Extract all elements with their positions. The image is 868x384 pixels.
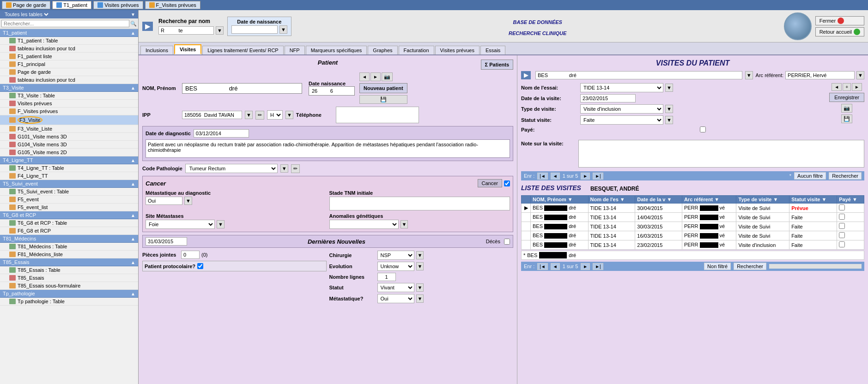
visit-next-btn[interactable]: ► (852, 83, 862, 91)
sidebar-item-f81-medecins-liste[interactable]: F81_Médecins_liste (0, 251, 138, 258)
code-patho-edit-btn[interactable]: ✏ (291, 164, 300, 173)
enregistrer-button[interactable]: Enregistrer (829, 93, 864, 102)
sidebar-item-f5-event-list[interactable]: F5_event_list (0, 204, 138, 211)
essai-select[interactable]: TIDE 13-14 (580, 83, 663, 92)
statut-visite-dropdown[interactable]: ▼ (665, 116, 673, 124)
col-paye[interactable]: Payé ▼ (837, 196, 864, 204)
col-essai[interactable]: Nom de l'es ▼ (588, 196, 635, 204)
tab-page-de-garde[interactable]: Page de garde (2, 1, 50, 9)
col-arc[interactable]: Arc référent ▼ (682, 196, 736, 204)
stade-tnm-input[interactable] (329, 197, 510, 210)
date-naissance-input[interactable] (231, 25, 278, 34)
col-statut[interactable]: Statut visite ▼ (789, 196, 837, 204)
sidebar-item-t4-table[interactable]: T4_Ligne_TT : Table (0, 164, 138, 172)
sidebar-item-t3visite-table[interactable]: T3_Visite : Table (0, 92, 138, 100)
next-btn[interactable]: ► (370, 72, 381, 81)
date-visite-input[interactable] (580, 94, 636, 102)
sidebar-group-t6-g8[interactable]: T6_G8 et RCP ▲ (0, 211, 138, 219)
ipp-input[interactable] (182, 111, 242, 119)
prev-btn[interactable]: ◄ (359, 72, 370, 81)
deces-checkbox[interactable] (504, 239, 510, 245)
paye-row-checkbox[interactable] (839, 223, 845, 229)
code-patho-select[interactable]: Tumeur Rectum (185, 164, 278, 173)
visits-name-dropdown[interactable]: ▼ (745, 71, 753, 79)
tables-select[interactable]: Toutes les tables (3, 11, 50, 18)
sidebar-item-f-visites-prevues[interactable]: F_Visites prévues (0, 108, 138, 115)
nouveau-patient-button[interactable]: Nouveau patient (359, 83, 407, 93)
fermer-button[interactable]: Fermer (815, 16, 864, 25)
patient-proto-checkbox[interactable] (197, 263, 203, 269)
visit-camera-btn[interactable]: 📷 (841, 104, 852, 113)
evolution-dropdown[interactable]: ▼ (416, 262, 424, 270)
type-visite-dropdown[interactable]: ▼ (665, 105, 673, 113)
retour-accueil-button[interactable]: Retour accueil (815, 27, 864, 36)
sidebar-item-t85-sous-formulaire[interactable]: T85_Essais sous-formulaire (0, 282, 138, 290)
tab-visites[interactable]: Visites (174, 44, 201, 54)
visit-prev-btn[interactable]: ◄ (832, 83, 842, 91)
rechercher2-btn[interactable]: Rechercher (734, 263, 766, 270)
rechercher-btn[interactable]: Rechercher (829, 172, 862, 180)
metastatique-dropdown[interactable]: ▼ (184, 197, 192, 205)
sidebar-item-t1patient-table[interactable]: T1_patient : Table (0, 37, 138, 45)
anomalies-select[interactable] (329, 220, 399, 229)
sidebar-group-t5-suivi[interactable]: T5_Suivi_event ▲ (0, 180, 138, 188)
statut-visite-select[interactable]: Faite (580, 115, 663, 125)
tab-marqueurs[interactable]: Marqueurs spécifiques (306, 46, 367, 54)
sidebar-item-t85-essais[interactable]: T85_Essais (0, 274, 138, 282)
note-textarea[interactable] (578, 140, 864, 168)
visits-expand-btn[interactable]: ▶ (521, 71, 531, 79)
prev-page-btn[interactable]: ◄ (551, 173, 560, 180)
arc-referent-input[interactable] (785, 71, 855, 79)
col-date[interactable]: Date de la v ▼ (635, 196, 682, 204)
t-prev-btn[interactable]: ◄ (551, 263, 560, 270)
visit-save-btn[interactable]: 💾 (841, 114, 852, 123)
sigma-patients-button[interactable]: Σ Patients (481, 60, 513, 70)
sex-dropdown[interactable]: ▼ (285, 111, 293, 119)
paye-checkbox[interactable] (580, 126, 826, 132)
sidebar-item-f1-principal[interactable]: F1_principal (0, 60, 138, 68)
scrollbar-h[interactable] (769, 264, 862, 269)
paye-row-checkbox[interactable] (839, 214, 845, 220)
sidebar-group-t81-medecins[interactable]: T81_Médecins ▲ (0, 235, 138, 243)
telephone-input[interactable] (336, 107, 419, 123)
statut-select[interactable]: Vivant (377, 283, 414, 292)
tab-visites-prevues[interactable]: Visites prévues (435, 46, 480, 54)
metastatique-q-select[interactable]: Oui (377, 294, 414, 303)
search-input[interactable] (158, 26, 214, 35)
metastatique-q-dropdown[interactable]: ▼ (416, 294, 424, 303)
type-visite-select[interactable]: Visite d'inclusion (580, 104, 663, 114)
sidebar-item-g105[interactable]: G105_Visite mens 2D (0, 149, 138, 156)
sidebar-item-t5-table[interactable]: T5_Suivi_event : Table (0, 188, 138, 196)
search-input[interactable] (1, 20, 129, 27)
sidebar-group-t3-visite[interactable]: T3_Visite ▲ (0, 84, 138, 92)
site-meta-dropdown[interactable]: ▼ (217, 220, 225, 228)
chirurgie-select[interactable]: NSP (377, 251, 414, 260)
paye-row-checkbox[interactable] (839, 232, 845, 238)
cancer-button[interactable]: Cancer (478, 179, 502, 187)
sidebar-item-visites-prevues[interactable]: Visites prévues (0, 100, 138, 108)
sidebar-item-tp-table[interactable]: Tp pathologie : Table (0, 298, 138, 306)
search-dropdown-btn[interactable]: ▼ (216, 26, 224, 35)
paye-row-checkbox[interactable] (839, 241, 845, 247)
anomalies-dropdown[interactable]: ▼ (401, 220, 408, 228)
sidebar-item-g104[interactable]: G104_Visite mens 3D (0, 141, 138, 149)
tab-lignes-traitement[interactable]: Lignes traitement/ Events/ RCP (202, 46, 283, 54)
tab-essais[interactable]: Essais (480, 46, 505, 54)
nom-input[interactable] (182, 83, 302, 94)
essai-dropdown[interactable]: ▼ (665, 84, 673, 92)
site-meta-select[interactable]: Foie (146, 220, 215, 229)
tab-inclusions[interactable]: Inclusions (140, 46, 173, 54)
non-filtre-btn[interactable]: Non filtré (704, 263, 731, 270)
pieces-input[interactable] (181, 251, 200, 259)
sidebar-group-t1-patient[interactable]: T1_patient ▲ (0, 29, 138, 37)
tab-t1-patient[interactable]: T1_patient (52, 1, 91, 9)
sidebar-group-t4-ligne[interactable]: T4_Ligne_TT ▲ (0, 156, 138, 164)
metastatique-input[interactable] (146, 197, 182, 205)
first-btn[interactable]: |◄ (537, 173, 548, 180)
evolution-select[interactable]: Unknow (377, 262, 414, 271)
sidebar-item-t85-table[interactable]: T85_Essais : Table (0, 266, 138, 274)
row-selector[interactable]: ▶ (522, 204, 531, 213)
ipp-dropdown[interactable]: ▼ (245, 111, 253, 119)
sidebar-item-tableau-tcd2[interactable]: tableau inclusion pour tcd (0, 76, 138, 84)
t-first-btn[interactable]: |◄ (537, 263, 548, 270)
